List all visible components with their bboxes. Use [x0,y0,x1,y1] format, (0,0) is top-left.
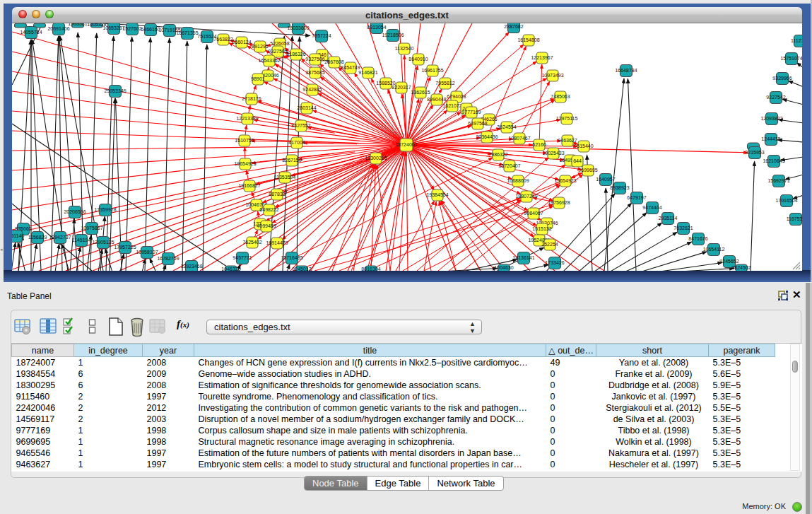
svg-text:9329966: 9329966 [772,76,792,81]
svg-text:7625402: 7625402 [242,240,261,245]
svg-text:9242845: 9242845 [302,87,322,92]
svg-text:19218506: 19218506 [382,33,404,37]
svg-text:16782759: 16782759 [157,256,179,261]
svg-text:1156829: 1156829 [28,235,47,240]
svg-text:1362615: 1362615 [411,90,430,95]
svg-text:17359928: 17359928 [94,207,116,212]
svg-text:20691406: 20691406 [47,26,69,31]
svg-text:10807467: 10807467 [508,136,530,141]
svg-text:9084067: 9084067 [524,211,543,216]
svg-text:10958107: 10958107 [136,250,158,255]
svg-text:6497568: 6497568 [468,121,487,126]
svg-text:1112748: 1112748 [791,38,802,43]
svg-text:644: 644 [573,158,582,163]
svg-text:1167533: 1167533 [787,216,802,221]
svg-text:2803144: 2803144 [297,105,316,110]
svg-text:8990448: 8990448 [427,97,446,102]
svg-text:12923468: 12923468 [180,264,202,269]
svg-text:12213389: 12213389 [236,116,258,121]
svg-text:16671355: 16671355 [176,30,198,35]
svg-text:20364436: 20364436 [476,134,498,139]
svg-text:1004630: 1004630 [494,265,513,270]
svg-text:8816304: 8816304 [361,267,380,271]
svg-text:9327506: 9327506 [305,57,324,62]
svg-text:16961755: 16961755 [421,68,443,73]
svg-text:1733426: 1733426 [545,260,564,265]
svg-text:9474444: 9474444 [642,205,661,210]
svg-text:1903381: 1903381 [68,23,87,26]
svg-text:2935114: 2935114 [659,216,678,221]
svg-text:1145194: 1145194 [72,238,91,243]
svg-text:6498222: 6498222 [259,207,278,212]
svg-text:19166827: 19166827 [238,183,260,188]
svg-text:9146821: 9146821 [358,70,377,75]
svg-text:8220317: 8220317 [392,85,411,90]
svg-text:18724007: 18724007 [395,142,417,147]
svg-text:16543362: 16543362 [258,58,280,63]
svg-text:14136141: 14136141 [512,255,534,260]
svg-text:7955812: 7955812 [435,81,454,86]
svg-text:391140: 391140 [12,233,25,238]
svg-text:10973493: 10973493 [541,73,563,78]
svg-text:2718176: 2718176 [242,96,261,101]
svg-text:7632621: 7632621 [673,226,693,230]
svg-text:1046325: 1046325 [221,267,240,271]
svg-text:5226058: 5226058 [270,41,289,46]
svg-text:9457771: 9457771 [233,255,252,260]
svg-text:15720407: 15720407 [498,163,520,168]
svg-text:2887682: 2887682 [504,24,523,29]
svg-text:10025433: 10025433 [542,151,564,156]
svg-text:8267150: 8267150 [282,158,301,163]
svg-text:12975115: 12975115 [556,116,578,121]
svg-text:7986322: 7986322 [488,152,507,157]
svg-text:17016504: 17016504 [775,198,797,203]
svg-text:20206536: 20206536 [64,209,86,214]
svg-text:29053346: 29053346 [104,88,126,93]
svg-text:9824502: 9824502 [731,265,751,270]
svg-text:6794028: 6794028 [447,94,466,99]
svg-text:15716485: 15716485 [281,255,302,260]
svg-text:18807249: 18807249 [515,194,537,199]
svg-text:3624554: 3624554 [497,124,516,129]
svg-text:12905135: 12905135 [92,240,114,245]
svg-text:9245652: 9245652 [719,259,739,264]
svg-text:12213967: 12213967 [531,55,553,60]
svg-text:98901: 98901 [251,76,265,81]
svg-text:8640910: 8640910 [408,57,428,62]
svg-text:252254: 252254 [541,242,558,247]
svg-text:19654925: 19654925 [234,161,256,166]
svg-text:2867608: 2867608 [324,59,343,64]
svg-text:16154808: 16154808 [517,37,539,42]
svg-text:9463627: 9463627 [558,138,577,143]
svg-text:10654112: 10654112 [703,247,725,252]
svg-text:11353594: 11353594 [274,175,296,180]
svg-text:1615132: 1615132 [532,226,551,231]
svg-text:3215953: 3215953 [745,150,764,155]
svg-text:15751074: 15751074 [780,56,802,61]
svg-text:1640957: 1640957 [596,177,615,182]
svg-text:62160: 62160 [532,142,546,147]
svg-text:17957225: 17957225 [114,245,136,250]
svg-text:7663822: 7663822 [213,37,233,42]
svg-text:8813054: 8813054 [367,25,386,30]
svg-text:19384554: 19384554 [426,192,448,197]
svg-text:19654923: 19654923 [554,178,576,183]
svg-text:6479197: 6479197 [627,195,646,200]
svg-text:9699695: 9699695 [578,168,597,173]
svg-text:9245012: 9245012 [292,267,311,271]
svg-text:15692971: 15692971 [767,178,789,183]
svg-text:8471676: 8471676 [688,236,707,241]
svg-text:9327505: 9327505 [268,49,287,54]
svg-text:14055714: 14055714 [20,30,42,35]
svg-text:1610755: 1610755 [235,138,254,143]
svg-text:3875685: 3875685 [305,70,324,75]
svg-text:16648784: 16648784 [615,68,637,73]
svg-text:12942737: 12942737 [49,235,71,240]
svg-text:1621072: 1621072 [442,103,461,108]
svg-text:6466160: 6466160 [141,27,160,32]
svg-text:891295: 891295 [252,44,268,49]
svg-text:10653287: 10653287 [102,25,124,30]
svg-text:887833: 887833 [269,192,285,197]
svg-text:4099489: 4099489 [257,223,276,228]
svg-text:9227542: 9227542 [766,95,785,100]
